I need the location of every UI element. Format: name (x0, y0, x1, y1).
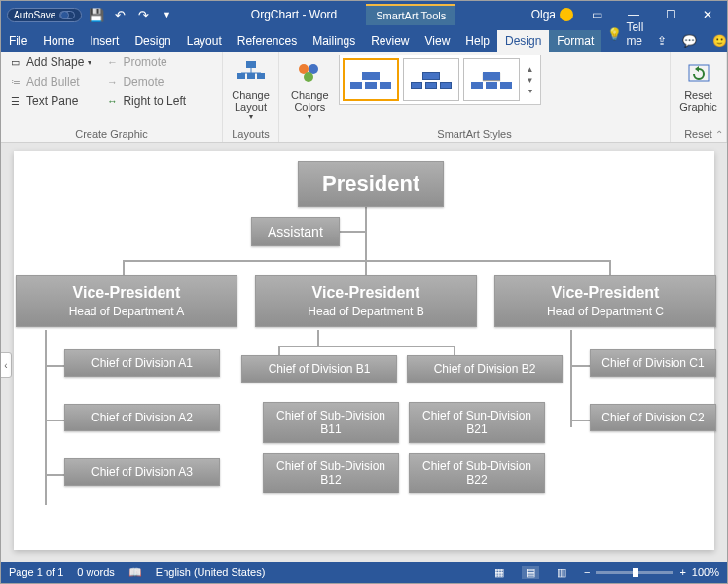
ribbon: ▭ Add Shape ▾ ≔ Add Bullet ☰ Text Pane ←… (1, 52, 727, 143)
redo-icon[interactable]: ↷ (134, 8, 152, 22)
node-text: Chief of Division C2 (601, 411, 704, 424)
change-layout-button[interactable]: Change Layout▾ (229, 55, 273, 126)
demote-button: → Demote (103, 74, 188, 90)
undo-icon[interactable]: ↶ (111, 8, 128, 22)
zoom-in-icon[interactable]: + (679, 566, 685, 578)
spellcheck-icon[interactable]: 📖 (128, 566, 142, 579)
node-division-a2[interactable]: Chief of Division A2 (64, 404, 220, 431)
change-colors-button[interactable]: Change Colors▾ (285, 55, 335, 126)
node-sub-b11[interactable]: Chief of Sub-Division B11 (263, 402, 399, 443)
add-shape-button[interactable]: ▭ Add Shape ▾ (7, 55, 93, 70)
node-sub-b21[interactable]: Chief of Sun-Division B21 (409, 402, 545, 443)
text-pane-toggle[interactable]: ‹ (1, 352, 12, 378)
arrow-left-icon: ← (105, 55, 119, 69)
page[interactable]: President Assistant Vice-PresidentHead o… (14, 151, 714, 550)
tab-layout[interactable]: Layout (179, 30, 230, 52)
gallery-down-icon[interactable]: ▼ (527, 76, 534, 85)
node-text: Chief of Sub-Division B11 (270, 409, 392, 436)
group-smartart-styles: Change Colors▾ ▲ ▼ ▾ SmartArt Styles (279, 52, 671, 142)
tab-review[interactable]: Review (363, 30, 417, 52)
comments-icon[interactable]: 💬 (674, 30, 705, 52)
collapse-ribbon-icon[interactable]: ⌃ (715, 129, 723, 140)
gallery-more-icon[interactable]: ▾ (528, 87, 532, 95)
read-mode-icon[interactable]: ▦ (491, 566, 508, 579)
node-text: Chief of Sub-Division B12 (270, 459, 392, 487)
group-label-create-graphic: Create Graphic (7, 127, 216, 140)
tab-insert[interactable]: Insert (82, 30, 127, 52)
node-division-c1[interactable]: Chief of Division C1 (590, 349, 716, 377)
web-layout-icon[interactable]: ▥ (553, 566, 570, 579)
tab-smartart-format[interactable]: Format (549, 30, 601, 52)
text-pane-button[interactable]: ☰ Text Pane (7, 93, 93, 109)
document-title: OrgChart - Word (251, 8, 337, 21)
node-text: Chief of Division B2 (434, 362, 536, 376)
close-icon[interactable]: ✕ (694, 8, 721, 21)
tab-mailings[interactable]: Mailings (305, 30, 363, 52)
tab-help[interactable]: Help (457, 30, 497, 52)
contextual-tools-label: SmartArt Tools (366, 4, 455, 25)
tell-me-search[interactable]: 💡 Tell me (601, 17, 649, 52)
node-text: Chief of Division C1 (601, 356, 704, 370)
node-subtext: Head of Department C (547, 305, 664, 318)
text-pane-icon: ☰ (9, 94, 22, 108)
node-vp-a[interactable]: Vice-PresidentHead of Department A (16, 275, 237, 327)
tab-smartart-design[interactable]: Design (497, 30, 549, 52)
zoom-control: − + 100% (584, 566, 719, 578)
promote-label: Promote (123, 55, 166, 69)
rtl-label: Right to Left (123, 94, 186, 108)
autosave-toggle[interactable]: AutoSave (7, 8, 82, 22)
tab-view[interactable]: View (418, 30, 458, 52)
node-vp-b[interactable]: Vice-PresidentHead of Department B (255, 275, 477, 327)
reset-graphic-button[interactable]: Reset Graphic (676, 55, 720, 117)
node-division-b1[interactable]: Chief of Division B1 (241, 355, 397, 383)
word-count[interactable]: 0 words (77, 566, 115, 578)
arrow-right-icon: → (105, 75, 119, 89)
change-layout-label: Change Layout (232, 90, 270, 113)
user-account[interactable]: Olga (531, 8, 573, 21)
node-division-a1[interactable]: Chief of Division A1 (64, 349, 220, 377)
org-chart[interactable]: President Assistant Vice-PresidentHead o… (25, 161, 703, 540)
gallery-up-icon[interactable]: ▲ (527, 65, 534, 74)
node-text: Chief of Sub-Division B22 (416, 459, 538, 487)
group-label-layouts: Layouts (229, 127, 273, 140)
svg-rect-3 (257, 73, 265, 79)
node-division-b2[interactable]: Chief of Division B2 (407, 355, 563, 383)
tab-design[interactable]: Design (127, 30, 178, 52)
status-bar: Page 1 of 1 0 words 📖 English (United St… (1, 562, 727, 583)
tab-file[interactable]: File (1, 30, 35, 52)
node-sub-b12[interactable]: Chief of Sub-Division B12 (263, 453, 399, 493)
gallery-scroll: ▲ ▼ ▾ (524, 65, 537, 95)
print-layout-icon[interactable]: ▤ (522, 566, 539, 579)
style-option-3[interactable] (463, 58, 520, 101)
style-option-1[interactable] (343, 58, 399, 101)
face-icon[interactable]: 🙂 (705, 30, 728, 52)
node-vp-c[interactable]: Vice-PresidentHead of Department C (494, 275, 716, 327)
zoom-slider[interactable] (596, 571, 673, 574)
group-label-reset: Reset (676, 127, 720, 140)
maximize-icon[interactable]: ☐ (657, 8, 684, 21)
tab-home[interactable]: Home (35, 30, 82, 52)
tell-me-label: Tell me (626, 20, 643, 48)
page-indicator[interactable]: Page 1 of 1 (9, 566, 63, 578)
zoom-out-icon[interactable]: − (584, 566, 590, 578)
share-icon[interactable]: ⇪ (649, 30, 674, 52)
node-president[interactable]: President (298, 161, 444, 207)
promote-button: ← Promote (103, 55, 188, 70)
svg-rect-1 (237, 73, 245, 79)
user-name: Olga (531, 8, 556, 21)
style-option-2[interactable] (403, 58, 459, 101)
language-indicator[interactable]: English (United States) (156, 566, 266, 578)
qat-more-icon[interactable]: ▼ (158, 10, 175, 19)
node-text: Vice-President (73, 284, 181, 302)
group-create-graphic: ▭ Add Shape ▾ ≔ Add Bullet ☰ Text Pane ←… (1, 52, 223, 142)
node-assistant[interactable]: Assistant (251, 217, 340, 246)
save-icon[interactable]: 💾 (88, 8, 105, 22)
node-text: Chief of Division A1 (91, 356, 193, 370)
node-division-a3[interactable]: Chief of Division A3 (64, 458, 220, 486)
node-sub-b22[interactable]: Chief of Sub-Division B22 (409, 453, 545, 493)
node-division-c2[interactable]: Chief of Division C2 (590, 404, 716, 431)
tab-references[interactable]: References (230, 30, 305, 52)
zoom-value[interactable]: 100% (692, 566, 719, 578)
right-to-left-button[interactable]: ↔ Right to Left (103, 93, 188, 109)
svg-rect-2 (247, 73, 255, 79)
